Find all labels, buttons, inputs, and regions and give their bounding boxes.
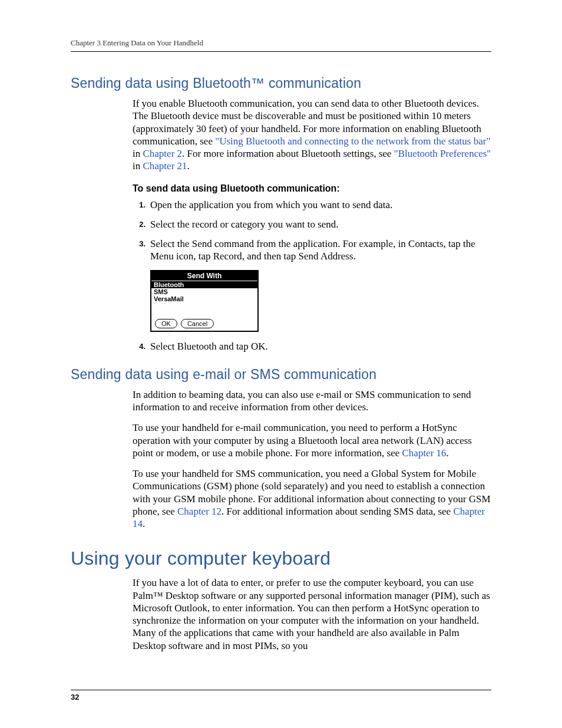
text: . xyxy=(447,447,449,459)
list-item: 1. Open the application you from which y… xyxy=(133,199,491,211)
step-number: 2. xyxy=(133,218,146,230)
text: . xyxy=(143,518,145,529)
text: . For more information about Bluetooth s… xyxy=(182,148,394,159)
embedded-screenshot: Send With Bluetooth SMS VersaMail OK Can… xyxy=(150,270,491,332)
step-number: 3. xyxy=(133,238,146,263)
section2-body: In addition to beaming data, you can als… xyxy=(133,388,491,531)
list-item: 4. Select Bluetooth and tap OK. xyxy=(133,340,491,353)
step-text: Select the Send command from the applica… xyxy=(150,238,491,263)
procedure-list: 1. Open the application you from which y… xyxy=(133,199,491,263)
document-page: Chapter 3 Entering Data on Your Handheld… xyxy=(0,0,562,728)
link-bluetooth-statusbar[interactable]: "Using Bluetooth and connecting to the n… xyxy=(215,136,490,147)
section1-para1: If you enable Bluetooth communication, y… xyxy=(133,97,491,173)
dialog-item: VersaMail xyxy=(151,295,257,302)
heading-bluetooth: Sending data using Bluetooth™ communicat… xyxy=(71,75,491,91)
text: . xyxy=(187,160,190,172)
section1-body: If you enable Bluetooth communication, y… xyxy=(133,97,491,353)
section2-para1: In addition to beaming data, you can als… xyxy=(133,388,491,414)
text: . For additional information about sendi… xyxy=(222,506,453,517)
step-text: Select Bluetooth and tap OK. xyxy=(150,340,491,353)
send-with-dialog: Send With Bluetooth SMS VersaMail OK Can… xyxy=(150,270,259,332)
link-chapter-16[interactable]: Chapter 16 xyxy=(402,447,447,459)
cancel-button: Cancel xyxy=(181,319,214,328)
step-text: Open the application you from which you … xyxy=(150,199,491,211)
link-chapter-21[interactable]: Chapter 21 xyxy=(143,160,187,172)
link-bluetooth-preferences[interactable]: "Bluetooth Preferences" xyxy=(394,148,491,159)
section2-para3: To use your handheld for SMS communicati… xyxy=(133,467,491,530)
dialog-buttons: OK Cancel xyxy=(151,315,257,331)
ok-button: OK xyxy=(155,319,177,328)
dialog-item: SMS xyxy=(151,288,257,295)
section3-body: If you have a lot of data to enter, or p… xyxy=(133,577,491,652)
list-item: 2. Select the record or category you wan… xyxy=(133,218,491,230)
text: in xyxy=(133,148,143,159)
dialog-item-selected: Bluetooth xyxy=(151,281,257,288)
link-chapter-12[interactable]: Chapter 12 xyxy=(177,506,222,517)
page-number: 32 xyxy=(71,690,491,701)
text: in xyxy=(133,160,143,172)
dialog-list: Bluetooth SMS VersaMail xyxy=(151,281,257,315)
procedure-list-cont: 4. Select Bluetooth and tap OK. xyxy=(133,340,491,353)
heading-email-sms: Sending data using e-mail or SMS communi… xyxy=(71,367,491,383)
list-item: 3. Select the Send command from the appl… xyxy=(133,238,491,263)
procedure-heading: To send data using Bluetooth communicati… xyxy=(133,183,491,194)
section3-para1: If you have a lot of data to enter, or p… xyxy=(133,577,491,652)
section2-para2: To use your handheld for e-mail communic… xyxy=(133,421,491,459)
heading-keyboard: Using your computer keyboard xyxy=(71,548,491,569)
dialog-title: Send With xyxy=(151,271,257,281)
running-header: Chapter 3 Entering Data on Your Handheld xyxy=(71,38,491,52)
step-number: 1. xyxy=(133,199,146,211)
step-number: 4. xyxy=(133,340,146,353)
step-text: Select the record or category you want t… xyxy=(150,218,491,230)
link-chapter-2[interactable]: Chapter 2 xyxy=(143,148,182,159)
